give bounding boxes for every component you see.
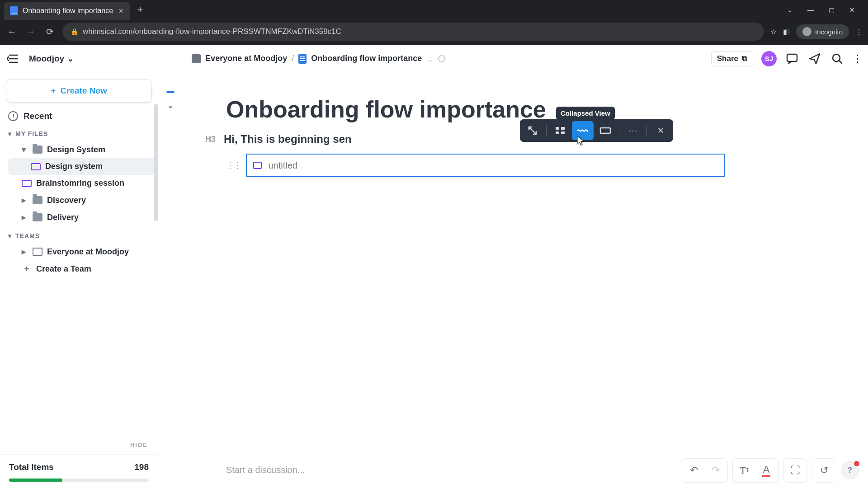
focus-mode-button[interactable]: ⛶ [785,460,805,480]
help-button[interactable]: ? [841,461,859,479]
window-controls: ⌄ — ▢ ✕ [786,6,864,14]
share-button[interactable]: Share ⧉ [711,51,753,66]
search-icon[interactable] [830,52,844,66]
caret-right-icon: ▸ [22,212,28,222]
tree-folder-design-system[interactable]: ▾ Design System [8,141,155,158]
grid-view-button[interactable] [549,121,571,140]
version-history-button[interactable]: ↺ [814,460,834,480]
heading-text[interactable]: Hi, This is beginning sen [224,133,352,145]
plus-icon: + [51,86,56,96]
breadcrumb-doc[interactable]: Onboarding flow importance [311,54,422,63]
plus-icon: + [22,264,32,274]
more-menu-icon[interactable]: ⋮ [853,53,863,65]
send-icon[interactable] [807,52,822,66]
embed-title-input[interactable] [268,160,718,171]
close-window-icon[interactable]: ✕ [848,6,856,14]
tree-label: Discovery [47,196,86,205]
undo-button[interactable]: ↶ [684,460,704,480]
text-style-group: TT A [732,458,778,483]
block-toolbar: ⋯ ✕ [520,119,673,142]
document-title[interactable]: Onboarding flow importance [226,96,841,123]
close-toolbar-button[interactable]: ✕ [650,121,671,140]
tree-label: Design System [47,145,105,155]
new-tab-button[interactable]: + [133,4,147,16]
total-items-label: Total Items [9,462,54,472]
tooltip-text: Collapsed View [561,109,610,117]
bookmark-icon[interactable]: ☆ [770,28,777,36]
browser-tab[interactable]: Onboarding flow importance ✕ [4,2,130,20]
sidebar-recent[interactable]: Recent [0,107,158,126]
sidebar-section-my-files[interactable]: ▾ MY FILES [0,126,158,139]
workspace-switcher[interactable]: Moodjoy ⌄ [29,53,74,64]
comments-icon[interactable] [785,52,799,66]
breadcrumb-separator: / [292,54,294,63]
incognito-icon [802,27,811,36]
tree-label: Brainstomring session [36,178,124,188]
chevron-down-icon: ▾ [8,130,12,137]
address-bar: ← → ⟳ 🔒 whimsical.com/onboarding-flow-im… [0,20,868,45]
reload-button[interactable]: ⟳ [43,25,56,38]
url-field[interactable]: 🔒 whimsical.com/onboarding-flow-importan… [62,23,764,41]
clock-icon [8,111,18,121]
create-team-button[interactable]: + Create a Team [8,260,155,278]
tree-folder-discovery[interactable]: ▸ Discovery [8,192,155,209]
tree-board-brainstorm[interactable]: Brainstomring session [0,175,155,192]
total-items-value: 198 [134,462,149,472]
text-style-button[interactable]: TT [735,460,755,480]
share-icon: ⧉ [742,54,747,63]
board-icon [31,163,41,170]
teams-label: TEAMS [15,232,40,239]
favorite-icon[interactable]: ☆ [426,54,434,64]
caret-right-icon: ▸ [22,247,28,257]
my-files-label: MY FILES [15,130,48,137]
tree-label: Create a Team [36,264,91,274]
team-icon [192,54,201,63]
text-color-button[interactable]: A [756,460,776,480]
drag-handle-icon[interactable]: ⋮⋮ [226,160,241,170]
tree-board-design-system[interactable]: Design system [8,158,155,175]
folder-icon [33,213,42,221]
outline-marker-icon[interactable] [166,91,175,93]
recent-label: Recent [24,111,52,121]
svg-rect-6 [600,128,610,133]
outline-marker-icon[interactable] [169,106,172,108]
back-button[interactable]: ← [5,25,18,38]
team-icon [33,248,42,256]
frame-view-button[interactable] [594,121,616,140]
sidebar-toggle-button[interactable] [5,51,21,66]
chevron-down-icon: ⌄ [67,53,74,64]
tree-team-everyone[interactable]: ▸ Everyone at Moodjoy [8,243,155,260]
help-label: ? [848,466,852,474]
hide-sidebar-label[interactable]: HIDE [130,441,148,448]
sidebar-section-teams[interactable]: ▾ TEAMS [0,228,158,241]
lock-icon: 🔒 [71,28,78,35]
extensions-icon[interactable]: ◧ [783,28,790,36]
workspace-name: Moodjoy [29,54,64,64]
folder-icon [33,145,42,154]
chevron-down-icon: ▾ [8,232,12,239]
expand-view-button[interactable] [522,121,543,140]
tab-close-icon[interactable]: ✕ [118,7,124,14]
sync-status-icon [438,55,445,62]
sidebar: + Create New Recent ▾ MY FILES ▾ Design … [0,72,158,488]
browser-menu-icon[interactable]: ⋮ [855,28,863,36]
discussion-input[interactable]: Start a discussion... [226,465,305,475]
avatar[interactable]: SJ [761,51,777,66]
minimize-icon[interactable]: — [807,6,815,14]
forward-button[interactable]: → [24,25,37,38]
redo-button[interactable]: ↷ [706,460,726,480]
tabs-dropdown-icon[interactable]: ⌄ [786,6,794,14]
incognito-badge[interactable]: Incognito [796,24,849,39]
svg-rect-5 [561,131,565,134]
more-options-button[interactable]: ⋯ [622,121,644,140]
create-new-button[interactable]: + Create New [6,80,151,102]
usage-progress [9,479,149,482]
collapsed-view-button[interactable] [572,121,594,140]
tree-folder-delivery[interactable]: ▸ Delivery [8,209,155,226]
maximize-icon[interactable]: ▢ [827,6,835,14]
breadcrumb-root[interactable]: Everyone at Moodjoy [205,54,287,63]
create-new-label: Create New [60,86,107,96]
embed-block[interactable] [246,154,725,177]
document-canvas[interactable]: Onboarding flow importance H3 Hi, This i… [158,72,868,488]
svg-rect-2 [556,127,559,130]
